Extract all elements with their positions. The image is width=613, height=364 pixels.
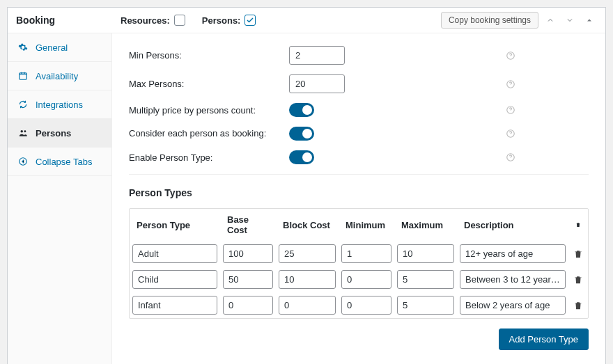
help-icon[interactable] xyxy=(505,128,516,139)
col-desc: Description xyxy=(457,214,568,236)
panel-header: Booking Resources: Persons: Copy booking… xyxy=(8,8,605,33)
max-persons-label: Max Persons: xyxy=(129,79,289,89)
min-persons-label: Min Persons: xyxy=(129,50,289,61)
col-max: Maximum xyxy=(394,214,457,236)
min-input[interactable] xyxy=(341,270,391,289)
add-person-type-button[interactable]: Add Person Type xyxy=(499,329,589,350)
svg-rect-0 xyxy=(20,73,27,79)
enable-type-row: Enable Person Type: xyxy=(129,150,589,164)
base-input[interactable] xyxy=(223,296,273,315)
sidebar-item-general[interactable]: General xyxy=(8,33,111,62)
persons-label: Persons: xyxy=(202,15,241,26)
panel-title: Booking xyxy=(16,15,121,26)
trash-icon xyxy=(568,214,588,235)
col-base: Base Cost xyxy=(220,209,276,241)
move-up-button[interactable] xyxy=(543,13,558,28)
delete-row-button[interactable] xyxy=(568,246,588,262)
enable-type-label: Enable Person Type: xyxy=(129,152,289,163)
sidebar: General Availability Integrations Person… xyxy=(8,33,112,364)
sidebar-item-label: Integrations xyxy=(36,100,83,110)
multiply-row: Multiply price by persons count: xyxy=(129,103,589,117)
move-down-button[interactable] xyxy=(562,13,577,28)
max-persons-input[interactable] xyxy=(289,74,345,93)
sidebar-item-persons[interactable]: Persons xyxy=(8,119,111,148)
desc-input[interactable] xyxy=(460,244,566,263)
block-input[interactable] xyxy=(279,296,336,315)
min-persons-row: Min Persons: xyxy=(129,46,589,65)
help-icon[interactable] xyxy=(505,104,516,116)
svg-point-2 xyxy=(24,130,26,132)
help-icon[interactable] xyxy=(505,152,516,163)
sidebar-item-label: General xyxy=(36,42,68,53)
delete-row-button[interactable] xyxy=(568,297,588,314)
table-header: Person Type Base Cost Block Cost Minimum… xyxy=(130,209,588,241)
min-persons-input[interactable] xyxy=(289,46,345,65)
booking-panel: Booking Resources: Persons: Copy booking… xyxy=(7,7,606,364)
type-input[interactable] xyxy=(132,244,217,263)
resources-toggle-group: Resources: xyxy=(121,15,185,26)
block-input[interactable] xyxy=(279,244,336,263)
max-persons-row: Max Persons: xyxy=(129,74,589,93)
divider xyxy=(129,174,589,175)
consider-row: Consider each person as booking: xyxy=(129,127,589,141)
max-input[interactable] xyxy=(397,270,454,289)
enable-type-toggle[interactable] xyxy=(289,150,314,164)
resources-checkbox[interactable] xyxy=(174,15,185,26)
multiply-toggle[interactable] xyxy=(289,103,314,117)
min-input[interactable] xyxy=(341,244,391,263)
sidebar-item-label: Collapse Tabs xyxy=(36,157,92,167)
table-row xyxy=(130,292,588,318)
sidebar-item-availability[interactable]: Availability xyxy=(8,62,111,90)
panel-body: General Availability Integrations Person… xyxy=(8,33,605,364)
col-type: Person Type xyxy=(130,214,220,236)
header-actions: Copy booking settings xyxy=(441,12,597,29)
type-input[interactable] xyxy=(132,270,217,289)
table-row xyxy=(130,267,588,292)
persons-checkbox[interactable] xyxy=(245,15,256,26)
multiply-label: Multiply price by persons count: xyxy=(129,105,289,116)
persons-toggle-group: Persons: xyxy=(202,15,256,26)
svg-point-1 xyxy=(21,130,24,133)
col-block: Block Cost xyxy=(276,214,339,236)
max-input[interactable] xyxy=(397,244,454,263)
content-area: Min Persons: Max Persons: Multiply price… xyxy=(112,33,605,364)
desc-input[interactable] xyxy=(460,270,566,289)
calendar-icon xyxy=(17,70,29,81)
base-input[interactable] xyxy=(223,244,273,263)
sidebar-item-label: Availability xyxy=(36,71,78,81)
delete-row-button[interactable] xyxy=(568,271,588,288)
type-input[interactable] xyxy=(132,296,217,315)
sidebar-item-integrations[interactable]: Integrations xyxy=(8,90,111,119)
base-input[interactable] xyxy=(223,270,273,289)
persons-icon xyxy=(17,127,29,139)
help-icon[interactable] xyxy=(505,79,516,90)
desc-input[interactable] xyxy=(460,296,566,315)
sidebar-item-label: Persons xyxy=(36,128,71,139)
resources-label: Resources: xyxy=(121,15,170,26)
consider-toggle[interactable] xyxy=(289,127,314,141)
collapse-icon xyxy=(17,156,29,167)
sync-icon xyxy=(17,99,29,110)
gear-icon xyxy=(17,42,29,53)
min-input[interactable] xyxy=(341,296,391,315)
sidebar-item-collapse[interactable]: Collapse Tabs xyxy=(8,148,111,176)
copy-booking-settings-button[interactable]: Copy booking settings xyxy=(441,12,538,29)
collapse-panel-button[interactable] xyxy=(582,13,597,28)
col-min: Minimum xyxy=(339,214,394,236)
block-input[interactable] xyxy=(279,270,336,289)
table-row xyxy=(130,241,588,267)
person-types-table: Person Type Base Cost Block Cost Minimum… xyxy=(129,208,589,319)
person-types-title: Person Types xyxy=(129,187,589,198)
consider-label: Consider each person as booking: xyxy=(129,128,289,140)
help-icon[interactable] xyxy=(505,50,516,61)
max-input[interactable] xyxy=(397,296,454,315)
